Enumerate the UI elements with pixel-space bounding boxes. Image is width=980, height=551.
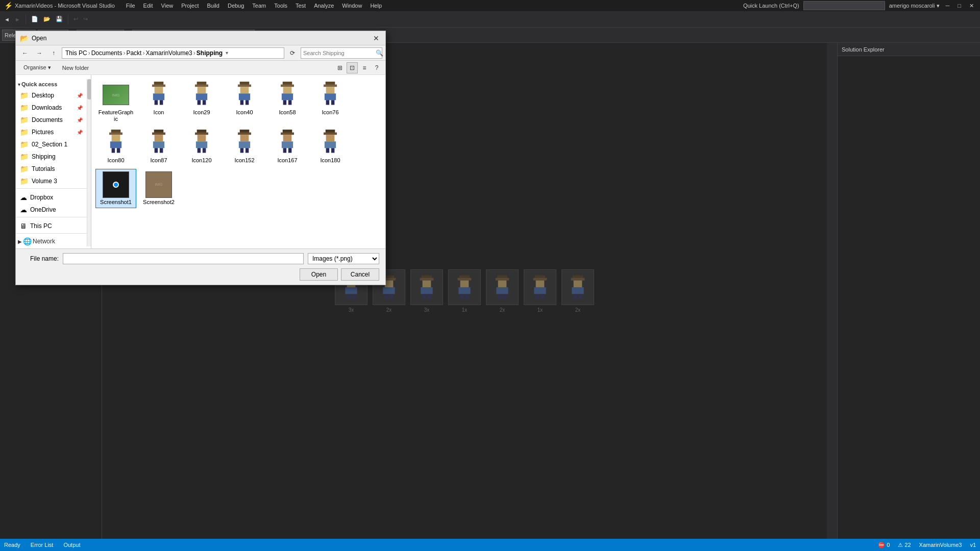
file-icon29[interactable]: Icon29: [181, 79, 222, 125]
file-icon80[interactable]: Icon80: [95, 127, 136, 166]
nav-shipping[interactable]: 📁 Shipping: [16, 151, 87, 163]
nav-pictures[interactable]: 📁 Pictures 📌: [16, 126, 87, 138]
menu-team[interactable]: Team: [249, 2, 269, 10]
breadcrumb-xamarinvolume3[interactable]: XamarinVolume3: [145, 49, 192, 57]
nav-label-documents: Documents: [32, 116, 63, 123]
quick-access-expander[interactable]: ▾ Quick access: [16, 79, 87, 89]
dialog-titlebar: 📂 Open ✕: [16, 31, 385, 45]
breadcrumb-shipping[interactable]: Shipping: [197, 49, 223, 57]
view-medium-button[interactable]: ⊡: [347, 62, 358, 73]
file-icon76[interactable]: Icon76: [310, 79, 351, 125]
menu-test[interactable]: Test: [292, 2, 309, 10]
view-extra-large-button[interactable]: ⊞: [334, 62, 346, 73]
nav-label-shipping: Shipping: [32, 153, 56, 160]
toolbar-undo[interactable]: ↩: [71, 16, 80, 22]
pc-icon: 🖥: [20, 222, 27, 230]
svg-rect-88: [198, 148, 201, 153]
toolbar-redo[interactable]: ↪: [81, 16, 90, 22]
file-icon-item[interactable]: Icon: [138, 79, 179, 125]
bottom-tab-output[interactable]: Output: [63, 542, 80, 548]
help-button[interactable]: ?: [371, 62, 382, 73]
window-minimize[interactable]: ─: [944, 3, 952, 9]
dialog-back-button[interactable]: ←: [19, 47, 31, 59]
sprite-1x-2: 1x: [524, 269, 556, 313]
nav-label-section1: 02_Section 1: [32, 141, 67, 148]
breadcrumb-this-pc[interactable]: This PC: [65, 49, 87, 57]
menu-build[interactable]: Build: [204, 2, 222, 10]
svg-rect-73: [109, 133, 122, 135]
breadcrumb-packt[interactable]: Packt: [126, 49, 141, 57]
nav-scrollbar[interactable]: [87, 79, 91, 246]
toolbar-new[interactable]: 📄: [29, 16, 40, 22]
nav-tutorials[interactable]: 📁 Tutorials: [16, 163, 87, 175]
filetype-select[interactable]: Images (*.png): [308, 253, 379, 264]
file-icon180[interactable]: Icon180: [310, 127, 351, 166]
nav-label-dropbox: Dropbox: [30, 194, 53, 201]
file-icon120[interactable]: Icon120: [181, 127, 222, 166]
menu-edit[interactable]: Edit: [140, 2, 156, 10]
file-icon40[interactable]: Icon40: [224, 79, 265, 125]
organize-button[interactable]: Organise ▾: [19, 62, 56, 73]
svg-rect-59: [246, 100, 249, 105]
nav-downloads[interactable]: 📁 Downloads 📌: [16, 102, 87, 114]
dialog-up-button[interactable]: ↑: [47, 47, 60, 59]
filename-input[interactable]: [63, 253, 304, 264]
file-icon167[interactable]: Icon167: [267, 127, 308, 166]
nav-documents[interactable]: 📁 Documents 📌: [16, 114, 87, 126]
dialog-forward-button[interactable]: →: [33, 47, 45, 59]
nav-label-tutorials: Tutorials: [32, 165, 55, 172]
svg-rect-10: [385, 294, 388, 299]
nav-onedrive[interactable]: ☁ OneDrive: [16, 204, 87, 216]
svg-rect-17: [428, 294, 431, 299]
menu-debug[interactable]: Debug: [225, 2, 247, 10]
toolbar-back[interactable]: ◄: [2, 16, 12, 22]
folder-icon-volume3: 📁: [20, 177, 29, 185]
nav-section1[interactable]: 📁 02_Section 1: [16, 138, 87, 151]
svg-rect-76: [112, 148, 115, 153]
folder-icon-downloads: 📁: [20, 104, 29, 112]
menu-window[interactable]: Window: [339, 2, 365, 10]
dialog-close-button[interactable]: ✕: [371, 33, 381, 43]
nav-this-pc[interactable]: 🖥 This PC: [16, 220, 87, 232]
menu-analyze[interactable]: Analyze: [311, 2, 337, 10]
view-list-button[interactable]: ≡: [359, 62, 370, 73]
file-screenshot2[interactable]: IMG Screenshot2: [138, 169, 179, 208]
window-close[interactable]: ✕: [967, 3, 976, 9]
file-icon-icon87: [145, 130, 172, 156]
menu-file[interactable]: File: [123, 2, 138, 10]
file-featuregraphic[interactable]: IMG FeatureGraphic: [95, 79, 136, 125]
quick-launch-input[interactable]: [803, 1, 885, 10]
file-icon-icon40: [231, 82, 258, 108]
nav-scroll-thumb[interactable]: [87, 79, 91, 99]
char-icon152-svg: [232, 130, 257, 156]
network-expander[interactable]: ▶ 🌐 Network: [16, 236, 87, 246]
toolbar-open[interactable]: 📂: [41, 16, 53, 22]
window-restore[interactable]: □: [955, 3, 963, 9]
file-screenshot1[interactable]: Screenshot1: [95, 169, 136, 208]
menu-project[interactable]: Project: [178, 2, 202, 10]
toolbar-save[interactable]: 💾: [54, 16, 65, 22]
toolbar-forward[interactable]: ►: [13, 16, 22, 22]
nav-desktop[interactable]: 📁 Desktop 📌: [16, 89, 87, 102]
nav-label-downloads: Downloads: [32, 104, 62, 111]
menu-help[interactable]: Help: [367, 2, 385, 10]
error-count: ⛔ 0: [878, 542, 890, 548]
file-icon152[interactable]: Icon152: [224, 127, 265, 166]
breadcrumb-documents[interactable]: Documents: [91, 49, 122, 57]
open-button[interactable]: Open: [300, 268, 338, 281]
search-input[interactable]: [303, 50, 374, 56]
nav-volume3[interactable]: 📁 Volume 3: [16, 175, 87, 187]
nav-dropbox[interactable]: ☁ Dropbox: [16, 191, 87, 204]
breadcrumb-dropdown[interactable]: ▾: [226, 50, 228, 56]
svg-rect-56: [240, 87, 249, 93]
bottom-tab-error-list[interactable]: Error List: [31, 542, 54, 548]
file-icon87[interactable]: Icon87: [138, 127, 179, 166]
dialog-refresh-button[interactable]: ⟳: [286, 47, 299, 59]
char-icon76-svg: [318, 82, 342, 108]
new-folder-button[interactable]: New folder: [58, 62, 94, 73]
menu-tools[interactable]: Tools: [271, 2, 290, 10]
cancel-button[interactable]: Cancel: [341, 268, 379, 281]
file-icon58[interactable]: Icon58: [267, 79, 308, 125]
svg-rect-21: [458, 287, 470, 294]
menu-view[interactable]: View: [158, 2, 177, 10]
